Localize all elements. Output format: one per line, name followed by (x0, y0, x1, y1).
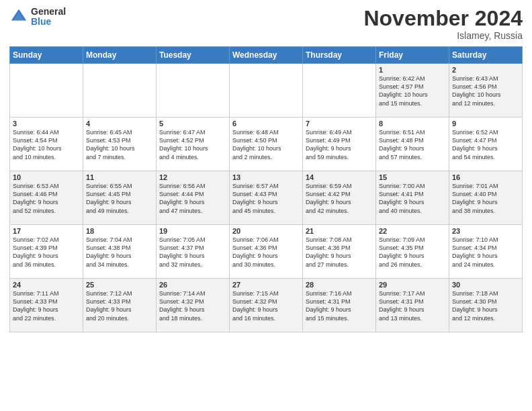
calendar-cell: 19Sunrise: 7:05 AM Sunset: 4:37 PM Dayli… (157, 225, 230, 279)
header-thursday: Thursday (303, 47, 376, 64)
day-info: Sunrise: 6:55 AM Sunset: 4:45 PM Dayligh… (86, 182, 153, 215)
calendar-header: Sunday Monday Tuesday Wednesday Thursday… (10, 47, 523, 64)
day-info: Sunrise: 6:48 AM Sunset: 4:50 PM Dayligh… (232, 128, 300, 161)
calendar-cell: 8Sunrise: 6:51 AM Sunset: 4:48 PM Daylig… (376, 118, 449, 171)
day-number: 13 (232, 173, 300, 181)
day-number: 28 (306, 281, 373, 289)
calendar-cell (10, 64, 83, 118)
calendar-cell: 17Sunrise: 7:02 AM Sunset: 4:39 PM Dayli… (10, 225, 83, 279)
calendar-cell: 1Sunrise: 6:42 AM Sunset: 4:57 PM Daylig… (376, 64, 449, 118)
header-row: Sunday Monday Tuesday Wednesday Thursday… (10, 47, 523, 64)
day-info: Sunrise: 6:51 AM Sunset: 4:48 PM Dayligh… (379, 128, 446, 161)
day-number: 16 (452, 173, 519, 181)
day-number: 22 (379, 227, 446, 235)
calendar-cell: 15Sunrise: 7:00 AM Sunset: 4:41 PM Dayli… (376, 171, 449, 225)
day-info: Sunrise: 7:04 AM Sunset: 4:38 PM Dayligh… (86, 236, 153, 269)
day-number: 4 (86, 120, 153, 128)
day-number: 27 (232, 281, 300, 289)
calendar-cell: 13Sunrise: 6:57 AM Sunset: 4:43 PM Dayli… (230, 171, 303, 225)
day-info: Sunrise: 6:57 AM Sunset: 4:43 PM Dayligh… (232, 182, 300, 215)
day-number: 11 (86, 173, 153, 181)
day-number: 10 (13, 173, 80, 181)
calendar-cell (83, 64, 157, 118)
header-friday: Friday (376, 47, 449, 64)
calendar-cell: 10Sunrise: 6:53 AM Sunset: 4:46 PM Dayli… (10, 171, 83, 225)
calendar-table: Sunday Monday Tuesday Wednesday Thursday… (9, 46, 523, 332)
day-number: 21 (306, 227, 373, 235)
day-number: 1 (379, 66, 446, 74)
day-number: 30 (452, 281, 519, 289)
calendar-cell: 9Sunrise: 6:52 AM Sunset: 4:47 PM Daylig… (449, 118, 523, 171)
calendar-week-3: 10Sunrise: 6:53 AM Sunset: 4:46 PM Dayli… (10, 171, 523, 225)
logo-blue: Blue (31, 17, 66, 27)
calendar-cell: 12Sunrise: 6:56 AM Sunset: 4:44 PM Dayli… (157, 171, 230, 225)
calendar-cell: 20Sunrise: 7:06 AM Sunset: 4:36 PM Dayli… (230, 225, 303, 279)
day-info: Sunrise: 7:08 AM Sunset: 4:36 PM Dayligh… (306, 236, 373, 269)
calendar-week-1: 1Sunrise: 6:42 AM Sunset: 4:57 PM Daylig… (10, 64, 523, 118)
calendar-cell: 23Sunrise: 7:10 AM Sunset: 4:34 PM Dayli… (449, 225, 523, 279)
header-wednesday: Wednesday (230, 47, 303, 64)
logo-icon (9, 7, 28, 26)
calendar-week-4: 17Sunrise: 7:02 AM Sunset: 4:39 PM Dayli… (10, 225, 523, 279)
day-number: 20 (232, 227, 300, 235)
day-number: 6 (232, 120, 300, 128)
calendar-week-5: 24Sunrise: 7:11 AM Sunset: 4:33 PM Dayli… (10, 279, 523, 332)
calendar-cell (230, 64, 303, 118)
header-tuesday: Tuesday (157, 47, 230, 64)
day-info: Sunrise: 6:59 AM Sunset: 4:42 PM Dayligh… (306, 182, 373, 215)
logo-text: General Blue (31, 7, 66, 28)
calendar-cell: 14Sunrise: 6:59 AM Sunset: 4:42 PM Dayli… (303, 171, 376, 225)
calendar-cell: 7Sunrise: 6:49 AM Sunset: 4:49 PM Daylig… (303, 118, 376, 171)
day-info: Sunrise: 7:10 AM Sunset: 4:34 PM Dayligh… (452, 236, 519, 269)
day-number: 24 (13, 281, 80, 289)
day-number: 19 (159, 227, 226, 235)
day-info: Sunrise: 6:43 AM Sunset: 4:56 PM Dayligh… (452, 75, 519, 107)
day-info: Sunrise: 7:00 AM Sunset: 4:41 PM Dayligh… (379, 182, 446, 215)
day-number: 29 (379, 281, 446, 289)
day-info: Sunrise: 7:15 AM Sunset: 4:32 PM Dayligh… (232, 289, 300, 322)
title-block: November 2024 Islamey, Russia (363, 7, 523, 41)
calendar-cell: 22Sunrise: 7:09 AM Sunset: 4:35 PM Dayli… (376, 225, 449, 279)
day-number: 23 (452, 227, 519, 235)
day-number: 5 (159, 120, 226, 128)
day-info: Sunrise: 7:05 AM Sunset: 4:37 PM Dayligh… (159, 236, 226, 269)
day-info: Sunrise: 7:14 AM Sunset: 4:32 PM Dayligh… (159, 289, 226, 322)
calendar-body: 1Sunrise: 6:42 AM Sunset: 4:57 PM Daylig… (10, 64, 523, 332)
calendar-cell: 27Sunrise: 7:15 AM Sunset: 4:32 PM Dayli… (230, 279, 303, 332)
day-info: Sunrise: 6:53 AM Sunset: 4:46 PM Dayligh… (13, 182, 80, 215)
day-number: 12 (159, 173, 226, 181)
day-number: 18 (86, 227, 153, 235)
logo-general: General (31, 7, 66, 17)
calendar-cell: 21Sunrise: 7:08 AM Sunset: 4:36 PM Dayli… (303, 225, 376, 279)
header: General Blue November 2024 Islamey, Russ… (9, 7, 523, 41)
page: General Blue November 2024 Islamey, Russ… (0, 0, 532, 411)
location: Islamey, Russia (363, 30, 523, 41)
day-info: Sunrise: 7:09 AM Sunset: 4:35 PM Dayligh… (379, 236, 446, 269)
calendar-cell (157, 64, 230, 118)
day-number: 2 (452, 66, 519, 74)
day-number: 25 (86, 281, 153, 289)
day-info: Sunrise: 6:45 AM Sunset: 4:53 PM Dayligh… (86, 128, 153, 161)
day-number: 8 (379, 120, 446, 128)
calendar-cell: 26Sunrise: 7:14 AM Sunset: 4:32 PM Dayli… (157, 279, 230, 332)
day-info: Sunrise: 7:17 AM Sunset: 4:31 PM Dayligh… (379, 289, 446, 322)
calendar-cell: 18Sunrise: 7:04 AM Sunset: 4:38 PM Dayli… (83, 225, 157, 279)
header-monday: Monday (83, 47, 157, 64)
day-info: Sunrise: 6:47 AM Sunset: 4:52 PM Dayligh… (159, 128, 226, 161)
calendar-cell: 11Sunrise: 6:55 AM Sunset: 4:45 PM Dayli… (83, 171, 157, 225)
day-number: 17 (13, 227, 80, 235)
day-number: 15 (379, 173, 446, 181)
month-title: November 2024 (363, 7, 523, 30)
calendar-cell: 24Sunrise: 7:11 AM Sunset: 4:33 PM Dayli… (10, 279, 83, 332)
calendar-cell: 2Sunrise: 6:43 AM Sunset: 4:56 PM Daylig… (449, 64, 523, 118)
calendar-cell: 28Sunrise: 7:16 AM Sunset: 4:31 PM Dayli… (303, 279, 376, 332)
calendar-cell: 5Sunrise: 6:47 AM Sunset: 4:52 PM Daylig… (157, 118, 230, 171)
day-number: 14 (306, 173, 373, 181)
calendar-cell: 3Sunrise: 6:44 AM Sunset: 4:54 PM Daylig… (10, 118, 83, 171)
calendar-cell: 4Sunrise: 6:45 AM Sunset: 4:53 PM Daylig… (83, 118, 157, 171)
day-info: Sunrise: 7:01 AM Sunset: 4:40 PM Dayligh… (452, 182, 519, 215)
day-number: 26 (159, 281, 226, 289)
day-info: Sunrise: 7:06 AM Sunset: 4:36 PM Dayligh… (232, 236, 300, 269)
day-info: Sunrise: 7:02 AM Sunset: 4:39 PM Dayligh… (13, 236, 80, 269)
calendar-cell: 16Sunrise: 7:01 AM Sunset: 4:40 PM Dayli… (449, 171, 523, 225)
